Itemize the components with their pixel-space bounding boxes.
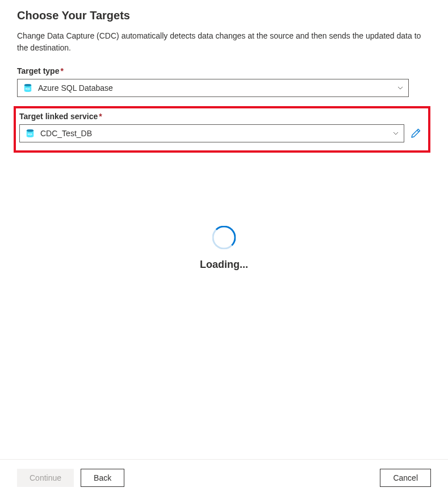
edit-icon[interactable]	[410, 128, 421, 139]
spinner-icon	[212, 225, 236, 249]
loading-text: Loading...	[200, 258, 248, 270]
page-description: Change Data Capture (CDC) automatically …	[17, 30, 431, 54]
target-linked-service-value: CDC_Test_DB	[40, 129, 387, 138]
azure-sql-icon: SQL	[26, 129, 35, 138]
target-linked-service-dropdown[interactable]: SQL CDC_Test_DB	[19, 124, 404, 142]
target-type-label-text: Target type	[17, 66, 59, 75]
back-button[interactable]: Back	[81, 469, 124, 487]
continue-button: Continue	[17, 469, 74, 487]
footer-bar: Continue Back Cancel	[0, 459, 448, 496]
target-linked-service-field: Target linked service* SQL CDC_Test_DB	[19, 112, 421, 142]
page-title: Choose Your Targets	[17, 9, 431, 22]
main-content: Choose Your Targets Change Data Capture …	[0, 0, 448, 459]
chevron-down-icon	[392, 130, 399, 137]
svg-point-4	[27, 129, 34, 132]
loading-indicator: Loading...	[200, 225, 248, 270]
required-indicator: *	[99, 112, 102, 121]
target-type-dropdown[interactable]: SQL Azure SQL Database	[17, 79, 409, 97]
svg-text:SQL: SQL	[28, 133, 33, 136]
cancel-button[interactable]: Cancel	[380, 469, 431, 487]
linked-service-row: SQL CDC_Test_DB	[19, 124, 421, 142]
required-indicator: *	[60, 66, 63, 75]
target-type-field: Target type* SQL Azure SQL Database	[17, 66, 431, 97]
chevron-down-icon	[397, 85, 404, 91]
target-type-value: Azure SQL Database	[38, 83, 391, 93]
target-linked-service-label: Target linked service*	[19, 112, 421, 121]
svg-text:SQL: SQL	[26, 87, 31, 90]
svg-line-6	[417, 131, 419, 132]
target-type-label: Target type*	[17, 66, 431, 75]
azure-sql-icon: SQL	[23, 83, 32, 93]
svg-point-1	[24, 84, 31, 86]
target-linked-service-label-text: Target linked service	[19, 112, 98, 121]
highlighted-section: Target linked service* SQL CDC_Test_DB	[14, 106, 430, 153]
